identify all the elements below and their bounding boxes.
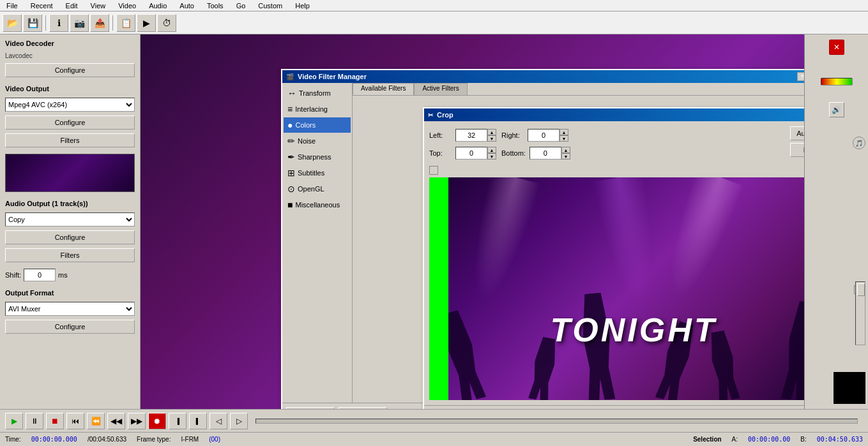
crop-left-input[interactable]	[455, 129, 487, 142]
menu-file[interactable]: File	[3, 1, 22, 10]
crop-right-group: Right: ▲ ▼	[501, 129, 568, 142]
capture-button[interactable]: 📷	[70, 14, 89, 32]
toolbar: 📂 💾 ℹ 📷 📤 📋 ▶ ⏱	[0, 11, 868, 34]
segment-a-button[interactable]: ▐	[169, 413, 187, 429]
step-forward-button[interactable]: ▷	[230, 413, 248, 429]
menu-recent[interactable]: Recent	[27, 1, 57, 10]
colors-icon: ●	[287, 120, 293, 130]
crop-bottom-input[interactable]	[529, 147, 561, 160]
speaker-icon[interactable]: 🔊	[829, 102, 844, 117]
selection-b-value: 00:04:50.633	[817, 436, 863, 443]
open-button[interactable]: 📂	[3, 14, 22, 32]
filter-item-interlacing[interactable]: ≡ Interlacing	[284, 101, 351, 117]
convert-button[interactable]: ▶	[137, 14, 156, 32]
crop-controls-area: Left: ▲ ▼	[429, 126, 804, 162]
tab-active-filters[interactable]: Active Filters	[414, 83, 467, 95]
crop-lock-handle[interactable]	[429, 166, 438, 175]
crop-top-up[interactable]: ▲	[487, 147, 496, 153]
pause-button[interactable]: ⏸	[26, 413, 43, 429]
crop-left-down[interactable]: ▼	[487, 135, 496, 142]
crop-right-spinbox-btns: ▲ ▼	[560, 129, 568, 142]
menu-edit[interactable]: Edit	[62, 1, 82, 10]
interlacing-icon: ≡	[287, 104, 293, 114]
crop-right-up[interactable]: ▲	[560, 129, 568, 135]
fast-forward-button[interactable]: ▶▶	[128, 413, 146, 429]
stop-button[interactable]: ⏹	[46, 413, 64, 429]
filter-item-noise[interactable]: ✏ Noise	[284, 133, 351, 149]
vfm-titlebar: 🎬 Video Filter Manager ? ✕	[282, 70, 804, 83]
crop-right-input[interactable]	[528, 129, 560, 142]
menu-auto[interactable]: Auto	[176, 1, 198, 10]
crop-bottom-down[interactable]: ▼	[561, 153, 570, 160]
filter-item-misc[interactable]: ■ Miscellaneous	[284, 197, 351, 212]
of-configure-button[interactable]: Configure	[5, 320, 135, 334]
menu-view[interactable]: View	[87, 1, 110, 10]
video-filter-manager-dialog: 🎬 Video Filter Manager ? ✕ ↔ Transform ≡	[281, 69, 804, 409]
segment-b-button[interactable]: ▌	[189, 413, 207, 429]
crop-left-spinbox: ▲ ▼	[455, 129, 496, 142]
crop-right-down[interactable]: ▼	[560, 135, 568, 142]
play-button[interactable]: ▶	[5, 413, 23, 429]
rewind-button[interactable]: ⏪	[87, 413, 105, 429]
crop-title-icon: ✂	[428, 112, 433, 119]
ao-configure-button[interactable]: Configure	[5, 230, 135, 244]
save-button[interactable]: 💾	[23, 14, 42, 32]
stop-indicator: ✕	[829, 40, 844, 55]
vfm-help-button[interactable]: ?	[797, 72, 804, 81]
filter-item-opengl[interactable]: ⊙ OpenGL	[284, 181, 351, 197]
crop-left-up[interactable]: ▲	[487, 129, 496, 135]
crop-top-group: Top: ▲ ▼	[429, 147, 496, 160]
vd-configure-button[interactable]: Configure	[5, 63, 135, 77]
menu-go[interactable]: Go	[232, 1, 250, 10]
video-output-format-select[interactable]: Mpeg4 AVC (x264)	[5, 98, 135, 112]
crop-top-down[interactable]: ▼	[487, 153, 496, 160]
crop-top-input[interactable]	[455, 147, 487, 160]
right-panel: ✕ 🔊 🎵	[804, 34, 868, 409]
menu-help[interactable]: Help	[291, 1, 314, 10]
menu-video[interactable]: Video	[114, 1, 140, 10]
menu-audio[interactable]: Audio	[145, 1, 171, 10]
filter-item-colors[interactable]: ● Colors	[284, 117, 351, 133]
save-filters-button[interactable]: Save filters	[286, 407, 335, 409]
tab-available-filters[interactable]: Available Filters	[353, 83, 414, 95]
load-filters-button[interactable]: Load filters	[339, 407, 387, 409]
progress-bar[interactable]	[255, 419, 858, 424]
transform-icon: ↔	[287, 88, 296, 98]
info-button[interactable]: ℹ	[49, 14, 68, 32]
crop-row-2: Top: ▲ ▼	[429, 144, 784, 162]
transport-toolbar: ▶ ⏸ ⏹ ⏮ ⏪ ◀◀ ▶▶ ⏺ ▐ ▌ ◁ ▷	[0, 409, 868, 432]
menu-custom[interactable]: Custom	[254, 1, 286, 10]
audio-icon[interactable]: 🎵	[853, 137, 865, 149]
filter-label-misc: Miscellaneous	[295, 201, 340, 209]
output-format-select[interactable]: AVI Muxer	[5, 302, 135, 316]
output-button[interactable]: 📤	[90, 14, 109, 32]
vfm-title-icon: 🎬	[286, 73, 294, 80]
crop-inputs: Left: ▲ ▼	[429, 126, 784, 162]
duration-value: /00:04:50.633	[88, 436, 126, 443]
record-button[interactable]: ⏺	[148, 413, 166, 429]
filter-item-transform[interactable]: ↔ Transform	[284, 85, 351, 101]
menu-tools[interactable]: Tools	[203, 1, 227, 10]
properties-button[interactable]: 📋	[116, 14, 135, 32]
shift-input[interactable]	[24, 269, 56, 281]
prev-button[interactable]: ⏮	[66, 413, 84, 429]
vertical-scrollbar[interactable]	[855, 281, 865, 345]
noise-icon: ✏	[287, 136, 295, 146]
fast-rewind-button[interactable]: ◀◀	[107, 413, 125, 429]
audio-copy-select[interactable]: Copy	[5, 212, 135, 227]
crop-bottom-up[interactable]: ▲	[561, 147, 570, 153]
scrollbar-thumb[interactable]	[857, 283, 865, 296]
filter-item-subtitles[interactable]: ⊞ Subtitles	[284, 165, 351, 181]
selection-a-label: A:	[732, 436, 738, 443]
step-back-button[interactable]: ◁	[209, 413, 227, 429]
selection-a-value: 00:00:00.00	[748, 436, 790, 443]
crop-row-1: Left: ▲ ▼	[429, 126, 784, 144]
filter-label-sharpness: Sharpness	[298, 153, 331, 161]
schedule-button[interactable]: ⏱	[157, 14, 176, 32]
reset-button[interactable]: Reset	[790, 143, 804, 157]
auto-crop-button[interactable]: Auto Crop	[790, 126, 804, 140]
vo-filters-button[interactable]: Filters	[5, 133, 135, 147]
vo-configure-button[interactable]: Configure	[5, 115, 135, 130]
ao-filters-button[interactable]: Filters	[5, 248, 135, 262]
filter-item-sharpness[interactable]: ✒ Sharpness	[284, 149, 351, 165]
